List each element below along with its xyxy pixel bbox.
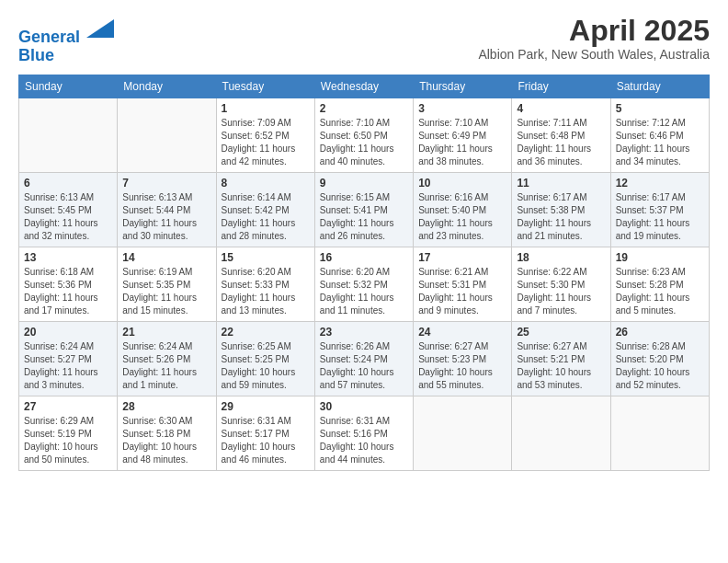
calendar-cell (414, 396, 512, 470)
day-info: Sunrise: 6:24 AM Sunset: 5:26 PM Dayligh… (122, 340, 210, 392)
calendar-cell: 5Sunrise: 7:12 AM Sunset: 6:46 PM Daylig… (610, 98, 709, 172)
day-number: 22 (222, 326, 310, 339)
calendar-row-3: 20Sunrise: 6:24 AM Sunset: 5:27 PM Dayli… (19, 321, 710, 396)
location-subtitle: Albion Park, New South Wales, Australia (478, 47, 710, 62)
calendar-cell: 11Sunrise: 6:17 AM Sunset: 5:38 PM Dayli… (512, 172, 610, 247)
calendar-cell: 22Sunrise: 6:25 AM Sunset: 5:25 PM Dayli… (216, 321, 314, 396)
day-number: 13 (24, 251, 112, 264)
header-friday: Friday (512, 75, 610, 98)
day-number: 6 (24, 177, 112, 190)
day-info: Sunrise: 6:14 AM Sunset: 5:42 PM Dayligh… (222, 191, 310, 243)
day-info: Sunrise: 6:21 AM Sunset: 5:31 PM Dayligh… (418, 266, 506, 317)
page: General Blue April 2025 Albion Park, New… (0, 0, 728, 563)
day-number: 1 (222, 102, 310, 115)
day-info: Sunrise: 6:17 AM Sunset: 5:38 PM Dayligh… (517, 191, 605, 243)
title-block: April 2025 Albion Park, New South Wales,… (478, 15, 710, 62)
calendar-cell: 19Sunrise: 6:23 AM Sunset: 5:28 PM Dayli… (610, 247, 709, 321)
calendar-cell: 13Sunrise: 6:18 AM Sunset: 5:36 PM Dayli… (19, 247, 118, 321)
day-info: Sunrise: 6:22 AM Sunset: 5:30 PM Dayligh… (517, 266, 605, 317)
day-number: 18 (517, 251, 605, 264)
calendar-cell: 15Sunrise: 6:20 AM Sunset: 5:33 PM Dayli… (216, 247, 314, 321)
day-info: Sunrise: 6:30 AM Sunset: 5:18 PM Dayligh… (122, 415, 210, 466)
calendar-cell: 26Sunrise: 6:28 AM Sunset: 5:20 PM Dayli… (610, 321, 709, 396)
calendar-row-0: 1Sunrise: 7:09 AM Sunset: 6:52 PM Daylig… (19, 98, 710, 172)
day-info: Sunrise: 7:12 AM Sunset: 6:46 PM Dayligh… (616, 117, 704, 168)
logo: General Blue (18, 15, 114, 65)
calendar-cell: 18Sunrise: 6:22 AM Sunset: 5:30 PM Dayli… (512, 247, 610, 321)
day-number: 25 (517, 326, 605, 339)
calendar-cell: 7Sunrise: 6:13 AM Sunset: 5:44 PM Daylig… (118, 172, 216, 247)
calendar-cell: 10Sunrise: 6:16 AM Sunset: 5:40 PM Dayli… (414, 172, 512, 247)
calendar-cell: 27Sunrise: 6:29 AM Sunset: 5:19 PM Dayli… (19, 396, 118, 470)
day-info: Sunrise: 6:13 AM Sunset: 5:44 PM Dayligh… (122, 191, 210, 243)
calendar-cell: 2Sunrise: 7:10 AM Sunset: 6:50 PM Daylig… (314, 98, 413, 172)
day-number: 12 (616, 177, 704, 190)
day-number: 26 (616, 326, 704, 339)
calendar-cell: 12Sunrise: 6:17 AM Sunset: 5:37 PM Dayli… (610, 172, 709, 247)
header-tuesday: Tuesday (216, 75, 314, 98)
day-info: Sunrise: 6:26 AM Sunset: 5:24 PM Dayligh… (320, 340, 408, 392)
day-number: 17 (418, 251, 506, 264)
calendar-cell: 20Sunrise: 6:24 AM Sunset: 5:27 PM Dayli… (19, 321, 118, 396)
day-info: Sunrise: 7:10 AM Sunset: 6:49 PM Dayligh… (418, 117, 506, 168)
logo-icon (86, 15, 114, 42)
calendar-cell (118, 98, 216, 172)
calendar-cell: 25Sunrise: 6:27 AM Sunset: 5:21 PM Dayli… (512, 321, 610, 396)
calendar-cell: 8Sunrise: 6:14 AM Sunset: 5:42 PM Daylig… (216, 172, 314, 247)
day-info: Sunrise: 6:18 AM Sunset: 5:36 PM Dayligh… (24, 266, 112, 317)
day-info: Sunrise: 6:19 AM Sunset: 5:35 PM Dayligh… (122, 266, 210, 317)
month-title: April 2025 (478, 15, 710, 47)
day-number: 11 (517, 177, 605, 190)
day-number: 14 (122, 251, 210, 264)
calendar-cell: 21Sunrise: 6:24 AM Sunset: 5:26 PM Dayli… (118, 321, 216, 396)
calendar-cell: 6Sunrise: 6:13 AM Sunset: 5:45 PM Daylig… (19, 172, 118, 247)
day-number: 30 (320, 400, 408, 413)
day-number: 9 (320, 177, 408, 190)
day-number: 29 (222, 400, 310, 413)
day-info: Sunrise: 6:27 AM Sunset: 5:23 PM Dayligh… (418, 340, 506, 392)
day-info: Sunrise: 7:11 AM Sunset: 6:48 PM Dayligh… (517, 117, 605, 168)
day-info: Sunrise: 6:29 AM Sunset: 5:19 PM Dayligh… (24, 415, 112, 466)
day-info: Sunrise: 6:31 AM Sunset: 5:16 PM Dayligh… (320, 415, 408, 466)
day-number: 28 (122, 400, 210, 413)
day-info: Sunrise: 6:13 AM Sunset: 5:45 PM Dayligh… (24, 191, 112, 243)
calendar-cell (19, 98, 118, 172)
calendar-cell: 16Sunrise: 6:20 AM Sunset: 5:32 PM Dayli… (314, 247, 413, 321)
header-saturday: Saturday (610, 75, 709, 98)
day-info: Sunrise: 6:25 AM Sunset: 5:25 PM Dayligh… (222, 340, 310, 392)
day-info: Sunrise: 6:28 AM Sunset: 5:20 PM Dayligh… (616, 340, 704, 392)
day-number: 5 (616, 102, 704, 115)
calendar-row-2: 13Sunrise: 6:18 AM Sunset: 5:36 PM Dayli… (19, 247, 710, 321)
day-number: 7 (122, 177, 210, 190)
day-info: Sunrise: 6:23 AM Sunset: 5:28 PM Dayligh… (616, 266, 704, 317)
day-number: 20 (24, 326, 112, 339)
calendar-cell: 4Sunrise: 7:11 AM Sunset: 6:48 PM Daylig… (512, 98, 610, 172)
day-number: 3 (418, 102, 506, 115)
day-info: Sunrise: 6:16 AM Sunset: 5:40 PM Dayligh… (418, 191, 506, 243)
header: General Blue April 2025 Albion Park, New… (18, 15, 710, 65)
day-number: 23 (320, 326, 408, 339)
calendar-cell (610, 396, 709, 470)
logo-general: General (18, 28, 80, 46)
day-info: Sunrise: 6:20 AM Sunset: 5:32 PM Dayligh… (320, 266, 408, 317)
day-number: 16 (320, 251, 408, 264)
header-sunday: Sunday (19, 75, 118, 98)
day-info: Sunrise: 7:09 AM Sunset: 6:52 PM Dayligh… (222, 117, 310, 168)
day-number: 2 (320, 102, 408, 115)
day-number: 4 (517, 102, 605, 115)
header-wednesday: Wednesday (314, 75, 413, 98)
logo-blue: Blue (18, 47, 114, 65)
logo-text: General (18, 15, 114, 47)
calendar-cell: 28Sunrise: 6:30 AM Sunset: 5:18 PM Dayli… (118, 396, 216, 470)
day-number: 10 (418, 177, 506, 190)
calendar-row-1: 6Sunrise: 6:13 AM Sunset: 5:45 PM Daylig… (19, 172, 710, 247)
calendar-cell: 14Sunrise: 6:19 AM Sunset: 5:35 PM Dayli… (118, 247, 216, 321)
calendar-cell: 23Sunrise: 6:26 AM Sunset: 5:24 PM Dayli… (314, 321, 413, 396)
day-number: 24 (418, 326, 506, 339)
day-info: Sunrise: 6:17 AM Sunset: 5:37 PM Dayligh… (616, 191, 704, 243)
day-info: Sunrise: 7:10 AM Sunset: 6:50 PM Dayligh… (320, 117, 408, 168)
calendar-cell: 3Sunrise: 7:10 AM Sunset: 6:49 PM Daylig… (414, 98, 512, 172)
day-number: 8 (222, 177, 310, 190)
calendar-cell: 30Sunrise: 6:31 AM Sunset: 5:16 PM Dayli… (314, 396, 413, 470)
day-number: 19 (616, 251, 704, 264)
